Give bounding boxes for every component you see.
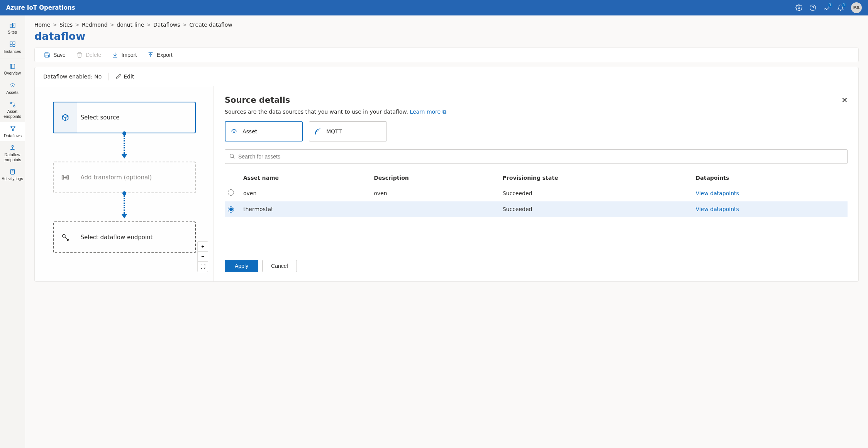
edit-label: Edit	[124, 73, 134, 80]
save-button[interactable]: Save	[44, 52, 66, 58]
breadcrumb: Home> Sites> Redmond> donut-line> Datafl…	[34, 22, 859, 28]
sidebar-separator	[0, 58, 25, 58]
breadcrumb-link[interactable]: donut-line	[117, 22, 144, 28]
svg-rect-11	[10, 64, 14, 68]
notification-badge: 1	[828, 3, 832, 7]
source-tabs: Asset MQTT	[225, 121, 848, 141]
export-icon	[147, 52, 154, 58]
close-icon[interactable]: ✕	[841, 95, 848, 102]
table-row[interactable]: oven oven Succeeded View datapoints	[225, 185, 848, 201]
main-content: Home> Sites> Redmond> donut-line> Datafl…	[25, 15, 868, 448]
dataflows-icon	[9, 125, 16, 132]
header-actions: 1 1 PA	[795, 2, 862, 13]
svg-point-10	[13, 44, 15, 47]
sidebar-item-assets[interactable]: Assets	[0, 79, 25, 98]
sidebar-item-sites[interactable]: Sites	[0, 19, 25, 38]
cell-desc	[371, 201, 500, 217]
svg-rect-29	[62, 175, 63, 179]
svg-rect-9	[10, 44, 12, 47]
svg-point-16	[14, 126, 15, 128]
source-details-desc-text: Sources are the data sources that you wa…	[225, 109, 410, 115]
svg-point-31	[62, 235, 65, 237]
cube-icon	[54, 102, 77, 133]
save-icon	[44, 52, 50, 58]
sidebar-item-label: Assets	[6, 90, 19, 95]
svg-point-17	[12, 129, 14, 131]
svg-point-15	[10, 126, 12, 128]
source-details-desc: Sources are the data sources that you wa…	[225, 109, 848, 115]
dest-label: Select dataflow endpoint	[77, 234, 153, 241]
dataflow-status: Dataflow enabled: No	[43, 73, 102, 80]
sidebar-item-asset-endpoints[interactable]: Asset endpoints	[0, 98, 25, 122]
flow-transform-block[interactable]: Add transform (optional)	[53, 162, 196, 193]
source-details-panel: ✕ Source details Sources are the data so…	[214, 86, 858, 281]
delete-icon	[76, 52, 83, 58]
flow-destination-block[interactable]: Select dataflow endpoint	[53, 221, 196, 253]
sidebar-item-overview[interactable]: Overview	[0, 60, 25, 79]
zoom-fit-button[interactable]: ⛶	[198, 262, 208, 272]
table-row[interactable]: thermostat Succeeded View datapoints	[225, 201, 848, 217]
flow-connector	[53, 193, 196, 221]
svg-point-1	[810, 5, 816, 11]
edit-button[interactable]: Edit	[116, 73, 134, 80]
breadcrumb-link[interactable]: Home	[34, 22, 50, 28]
apply-button[interactable]: Apply	[225, 260, 258, 272]
zoom-out-button[interactable]: −	[198, 252, 208, 262]
cell-desc: oven	[371, 185, 500, 201]
bell-badge: 1	[842, 3, 846, 7]
flow-source-block[interactable]: Select source	[53, 102, 196, 133]
view-datapoints-link[interactable]: View datapoints	[696, 206, 739, 212]
asset-table: Asset name Description Provisioning stat…	[225, 171, 848, 217]
sidebar-item-activity-logs[interactable]: Activity logs	[0, 165, 25, 184]
notifications-icon[interactable]: 1	[823, 4, 830, 11]
svg-point-32	[67, 239, 68, 241]
tab-asset[interactable]: Asset	[225, 121, 303, 141]
source-label: Select source	[77, 114, 120, 121]
import-label: Import	[121, 52, 137, 58]
export-label: Export	[157, 52, 172, 58]
sidebar-item-instances[interactable]: Instances	[0, 38, 25, 57]
breadcrumb-link[interactable]: Sites	[59, 22, 73, 28]
tab-mqtt-label: MQTT	[326, 128, 342, 135]
vertical-separator	[108, 73, 109, 80]
zoom-in-button[interactable]: +	[198, 242, 208, 252]
search-icon	[229, 153, 235, 160]
cell-name: thermostat	[240, 201, 371, 217]
sidebar-item-label: Dataflows	[4, 133, 22, 138]
avatar[interactable]: PA	[851, 2, 862, 13]
sidebar-item-dataflow-endpoints[interactable]: Dataflow endpoints	[0, 141, 25, 165]
source-details-title: Source details	[225, 95, 848, 105]
external-link-icon: ⧉	[441, 109, 446, 115]
export-button[interactable]: Export	[147, 52, 172, 58]
import-button[interactable]: Import	[112, 52, 137, 58]
svg-point-34	[230, 154, 234, 157]
search-box[interactable]	[225, 149, 848, 164]
settings-icon[interactable]	[795, 4, 802, 11]
sidebar-item-label: Sites	[8, 30, 17, 35]
tab-mqtt[interactable]: MQTT	[309, 121, 387, 141]
transform-icon	[54, 162, 77, 192]
svg-point-0	[798, 7, 800, 9]
breadcrumb-link[interactable]: Redmond	[82, 22, 108, 28]
learn-more-link[interactable]: Learn more ⧉	[410, 109, 446, 115]
search-input[interactable]	[238, 153, 843, 160]
sidebar-item-label: Instances	[4, 49, 21, 54]
view-datapoints-link[interactable]: View datapoints	[696, 190, 739, 196]
radio[interactable]	[228, 206, 234, 213]
sidebar-item-label: Overview	[4, 71, 21, 76]
bell-icon[interactable]: 1	[837, 4, 844, 11]
breadcrumb-link[interactable]: Dataflows	[153, 22, 180, 28]
assets-icon	[9, 82, 16, 89]
sites-icon	[9, 22, 16, 29]
help-icon[interactable]	[809, 4, 816, 11]
instances-icon	[9, 41, 16, 48]
asset-tab-icon	[225, 128, 242, 135]
breadcrumb-sep: >	[110, 22, 115, 28]
cancel-button[interactable]: Cancel	[262, 260, 297, 272]
sidebar-item-label: Dataflow endpoints	[2, 152, 23, 162]
zoom-controls: + − ⛶	[197, 241, 208, 272]
sidebar-item-dataflows[interactable]: Dataflows	[0, 122, 25, 141]
radio[interactable]	[228, 189, 234, 196]
col-asset-name: Asset name	[240, 171, 371, 185]
activity-logs-icon	[9, 168, 16, 175]
